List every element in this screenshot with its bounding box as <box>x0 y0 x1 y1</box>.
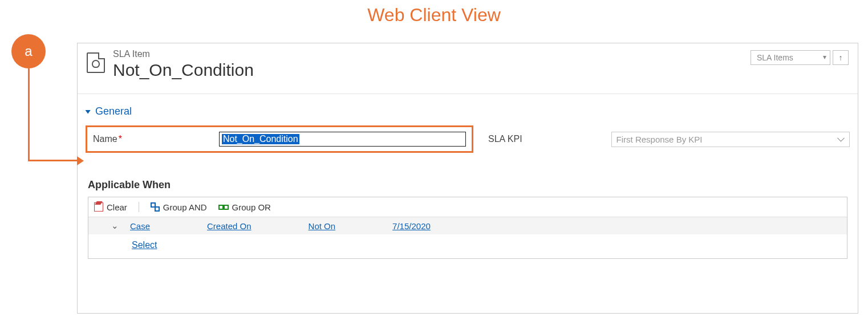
row-expand-button[interactable]: ⌄ <box>111 221 119 231</box>
page-heading: Web Client View <box>0 5 868 26</box>
navigate-up-button[interactable]: ↑ <box>833 50 849 65</box>
group-or-label: Group OR <box>232 202 271 212</box>
general-section-header[interactable]: ▶ General <box>78 94 858 122</box>
group-or-button[interactable]: Group OR <box>218 202 271 212</box>
annotation-connector-horizontal <box>28 160 79 161</box>
applicable-when-title: Applicable When <box>78 156 858 197</box>
name-field-label: Name* <box>93 134 122 144</box>
arrow-up-icon: ↑ <box>839 53 843 62</box>
entity-type-label: SLA Item <box>113 49 254 59</box>
condition-toolbar: Clear Group AND Group OR <box>88 197 847 217</box>
view-switcher: SLA Items ↑ <box>751 50 849 65</box>
group-and-label: Group AND <box>163 202 207 212</box>
clear-label: Clear <box>107 202 127 212</box>
name-input-value: Not_On_Condition <box>222 134 299 144</box>
annotation-badge-a: a <box>11 34 46 68</box>
group-and-button[interactable]: Group AND <box>151 202 207 212</box>
annotation-arrowhead-icon <box>77 156 84 165</box>
required-indicator-icon: * <box>119 134 122 144</box>
chevron-down-icon: ⌄ <box>111 221 119 230</box>
toolbar-divider <box>139 202 139 212</box>
form-panel: SLA Item Not_On_Condition SLA Items ↑ ▶ … <box>77 43 858 314</box>
condition-select-row: Select <box>88 234 847 258</box>
annotation-connector-vertical <box>28 68 30 161</box>
view-selector-dropdown[interactable]: SLA Items <box>751 50 830 65</box>
condition-entity-link[interactable]: Case <box>130 221 150 231</box>
group-and-icon <box>151 202 160 212</box>
general-fields-row: Name* Not_On_Condition SLA KPI First Res… <box>78 122 858 156</box>
condition-operator-link[interactable]: Not On <box>309 221 336 231</box>
condition-attribute-link[interactable]: Created On <box>207 221 252 231</box>
name-field-highlight: Name* Not_On_Condition <box>86 125 473 153</box>
form-header: SLA Item Not_On_Condition SLA Items ↑ <box>78 43 858 94</box>
name-input[interactable]: Not_On_Condition <box>219 132 466 147</box>
condition-builder: Clear Group AND Group OR ⌄ Case Created … <box>88 197 847 259</box>
condition-value-link[interactable]: 7/15/2020 <box>392 221 431 231</box>
clear-icon <box>94 202 103 212</box>
entity-icon <box>87 52 105 73</box>
sla-kpi-select[interactable]: First Response By KPI <box>611 132 850 147</box>
condition-row: ⌄ Case Created On Not On 7/15/2020 <box>88 217 847 234</box>
record-title: Not_On_Condition <box>113 60 254 80</box>
condition-body: ⌄ Case Created On Not On 7/15/2020 Selec… <box>88 217 847 258</box>
clear-button[interactable]: Clear <box>94 202 127 212</box>
collapse-caret-icon: ▶ <box>84 109 92 113</box>
select-link[interactable]: Select <box>132 240 157 250</box>
group-or-icon <box>218 202 229 212</box>
sla-kpi-label: SLA KPI <box>488 134 522 144</box>
general-section-title: General <box>95 105 132 117</box>
